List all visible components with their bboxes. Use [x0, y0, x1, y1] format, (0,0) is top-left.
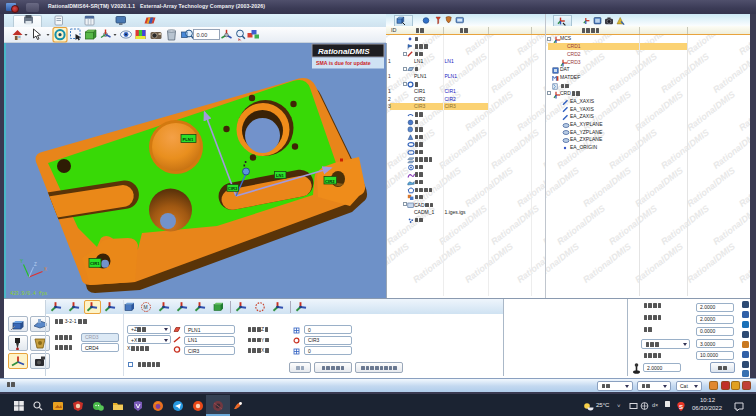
- svg-text:CIR3: CIR3: [228, 186, 238, 191]
- svg-text:CIR1: CIR1: [90, 261, 100, 266]
- svg-text:M: M: [144, 304, 148, 310]
- svg-text:SMA is due for update: SMA is due for update: [316, 60, 371, 66]
- svg-text:LN1: LN1: [276, 173, 285, 178]
- svg-text:RationalDMIS: RationalDMIS: [318, 47, 370, 56]
- svg-text:X: X: [44, 267, 47, 272]
- svg-text:Z: Z: [34, 262, 37, 267]
- svg-text:Y: Y: [20, 259, 23, 264]
- svg-text:S: S: [679, 404, 683, 410]
- svg-text:423.9/0.4 fps: 423.9/0.4 fps: [10, 291, 48, 296]
- svg-text:0.00: 0.00: [197, 32, 208, 38]
- svg-text:PLN1: PLN1: [183, 137, 194, 142]
- svg-text:CIR2: CIR2: [325, 179, 335, 184]
